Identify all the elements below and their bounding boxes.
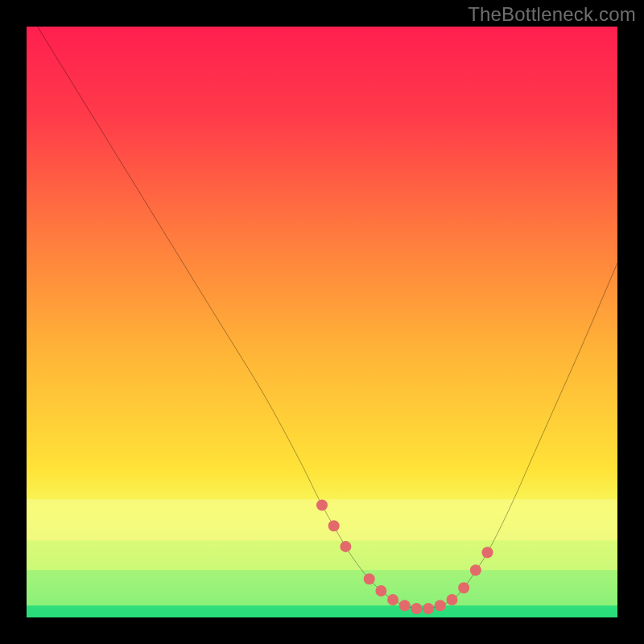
- chart-canvas: TheBottleneck.com: [0, 0, 644, 644]
- band-green-core: [27, 605, 617, 617]
- band-lime-soft: [27, 541, 617, 571]
- tolerance-bands: [27, 499, 617, 617]
- band-yellow-soft: [27, 499, 617, 540]
- band-green-soft: [27, 570, 617, 605]
- watermark-text: TheBottleneck.com: [468, 3, 636, 26]
- gradient-background: [27, 27, 617, 617]
